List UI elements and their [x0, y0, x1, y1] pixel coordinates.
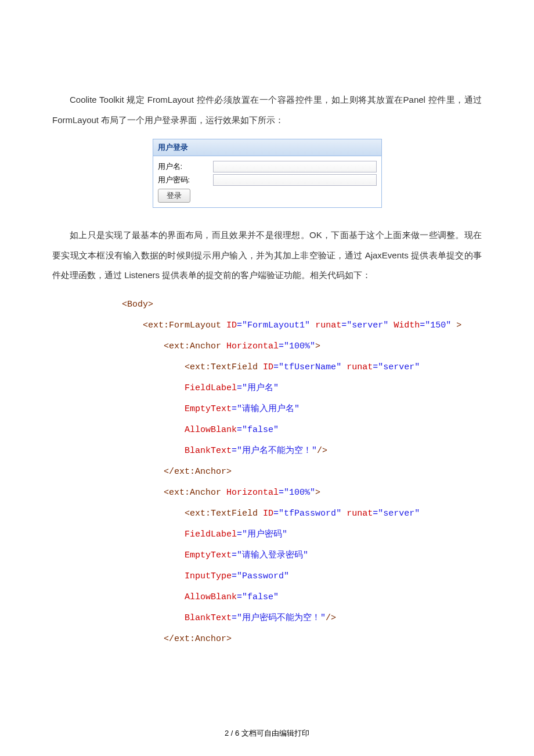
password-row: 用户密码: [158, 174, 377, 186]
login-screenshot: 用户登录 用户名: 用户密码: 登录 [153, 139, 382, 208]
login-panel: 用户登录 用户名: 用户密码: 登录 [153, 139, 382, 208]
password-label: 用户密码: [158, 175, 213, 185]
panel-title: 用户登录 [153, 139, 381, 156]
username-label: 用户名: [158, 161, 213, 172]
button-row: 登录 [158, 189, 377, 203]
paragraph-2: 如上只是实现了最基本的界面布局，而且效果并不是很理想。OK，下面基于这个上面来做… [52, 225, 482, 286]
username-row: 用户名: [158, 161, 377, 172]
username-input[interactable] [213, 161, 377, 172]
password-input[interactable] [213, 174, 377, 186]
panel-body: 用户名: 用户密码: 登录 [153, 156, 381, 207]
page-footer: 2 / 6 文档可自由编辑打印 [0, 728, 534, 739]
login-button[interactable]: 登录 [158, 189, 190, 203]
document-page: Coolite Toolkit 规定 FromLayout 控件必须放置在一个容… [0, 0, 534, 756]
code-line: <Body> [122, 300, 153, 309]
code-block: <Body> <ext:FormLayout ID="FormLayout1" … [122, 294, 482, 650]
paragraph-1: Coolite Toolkit 规定 FromLayout 控件必须放置在一个容… [52, 90, 482, 130]
